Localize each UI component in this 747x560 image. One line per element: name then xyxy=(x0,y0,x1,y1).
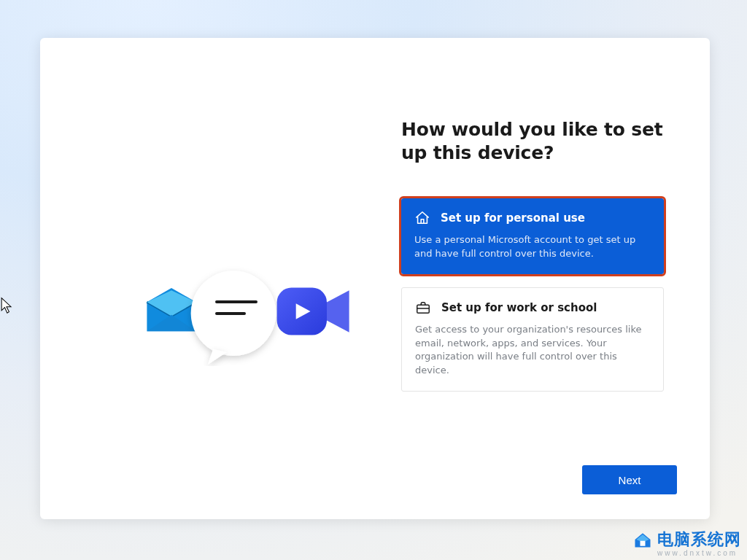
briefcase-icon xyxy=(415,300,431,316)
option-work-desc: Get access to your organization's resour… xyxy=(415,323,650,378)
watermark-logo-icon xyxy=(632,529,653,550)
watermark-title: 电脑系统网 xyxy=(657,529,741,551)
cursor-icon xyxy=(0,297,13,314)
svg-rect-5 xyxy=(417,305,430,313)
setup-illustration xyxy=(142,279,361,381)
watermark: 电脑系统网 www.dnxtw.com xyxy=(632,529,741,557)
next-button[interactable]: Next xyxy=(582,465,677,494)
svg-rect-6 xyxy=(640,541,646,546)
right-column: How would you like to set up this device… xyxy=(401,118,664,405)
watermark-url: www.dnxtw.com xyxy=(657,549,741,557)
option-personal-label: Set up for personal use xyxy=(441,211,585,225)
video-icon xyxy=(274,279,354,344)
option-personal-use[interactable]: Set up for personal use Use a personal M… xyxy=(401,198,664,274)
setup-panel: How would you like to set up this device… xyxy=(40,38,710,519)
home-icon xyxy=(414,210,430,226)
option-personal-desc: Use a personal Microsoft account to get … xyxy=(414,233,651,261)
option-work-label: Set up for work or school xyxy=(441,301,597,314)
option-work-school[interactable]: Set up for work or school Get access to … xyxy=(401,287,664,392)
page-title: How would you like to set up this device… xyxy=(401,118,664,165)
chat-lines-icon xyxy=(215,300,258,324)
